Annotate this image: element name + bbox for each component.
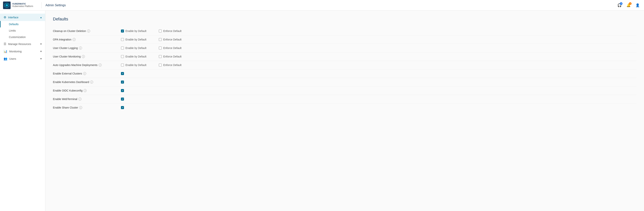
enable-checkbox-opa-integration[interactable] — [121, 38, 124, 41]
controls-enable-web-terminal — [121, 98, 151, 100]
page-title: Admin Settings — [45, 4, 66, 7]
enable-checkbox-enable-share-cluster[interactable] — [121, 106, 124, 109]
info-icon-auto-upgrades-machine-deployments[interactable]: i — [99, 64, 102, 66]
enforce-label-auto-upgrades-machine-deployments: Enforce Default — [163, 64, 182, 66]
sidebar-label-limits: Limits — [9, 29, 16, 32]
enforce-checkbox-user-cluster-logging[interactable] — [159, 46, 162, 50]
enable-checkbox-enable-kubernetes-dashboard[interactable] — [121, 80, 124, 84]
sidebar-label-manage-resources: Manage Resources — [8, 42, 38, 46]
settings-row-enable-web-terminal: Enable WebTerminali — [53, 95, 636, 104]
chevron-down-icon-2: ▼ — [40, 50, 42, 53]
setting-label-enable-external-clusters: Enable External Clustersi — [53, 72, 121, 75]
sidebar-item-users[interactable]: 👥 Users ▼ — [0, 55, 45, 62]
brand-subtitle: Kubernetes Platform — [12, 5, 33, 8]
enable-label-user-cluster-monitoring: Enable by Default — [126, 55, 146, 58]
user-menu-button[interactable]: 👤 — [634, 2, 641, 9]
enable-checkbox-enable-oidc-kubeconfig[interactable] — [121, 89, 124, 92]
users-icon: 👥 — [4, 57, 7, 60]
info-icon-enable-share-cluster[interactable]: i — [79, 106, 82, 109]
enforce-checkbox-auto-upgrades-machine-deployments[interactable] — [159, 64, 162, 66]
sidebar-label-monitoring: Monitoring — [9, 50, 38, 53]
controls-user-cluster-monitoring: Enable by DefaultEnforce Default — [121, 55, 189, 58]
chevron-down-icon: ▼ — [40, 43, 42, 46]
controls-enable-oidc-kubeconfig — [121, 89, 151, 92]
enable-checkbox-user-cluster-monitoring[interactable] — [121, 55, 124, 58]
info-icon-enable-oidc-kubeconfig[interactable]: i — [84, 89, 86, 92]
setting-label-enable-share-cluster: Enable Share Clusteri — [53, 106, 121, 109]
support-badge: 9 — [620, 2, 622, 5]
setting-label-opa-integration: OPA Integrationi — [53, 38, 121, 41]
support-button[interactable]: 🎧 9 — [616, 2, 623, 9]
enable-label-auto-upgrades-machine-deployments: Enable by Default — [126, 64, 146, 66]
section-title: Defaults — [53, 17, 636, 22]
enable-checkbox-auto-upgrades-machine-deployments[interactable] — [121, 64, 124, 66]
controls-opa-integration: Enable by DefaultEnforce Default — [121, 38, 189, 41]
enforce-label-user-cluster-logging: Enforce Default — [163, 46, 182, 50]
enforce-checkbox-user-cluster-monitoring[interactable] — [159, 55, 162, 58]
controls-cleanup-on-cluster-deletion: Enable by DefaultEnforce Default — [121, 30, 189, 32]
brand: KUBERMATIC Kubernetes Platform — [3, 2, 33, 9]
kubermatic-logo — [3, 2, 10, 9]
enforce-label-user-cluster-monitoring: Enforce Default — [163, 55, 182, 58]
sidebar-sub-interface: Defaults Limits Customization — [0, 21, 45, 40]
sidebar-label-customization: Customization — [9, 36, 26, 38]
controls-auto-upgrades-machine-deployments: Enable by DefaultEnforce Default — [121, 64, 189, 66]
enable-checkbox-enable-web-terminal[interactable] — [121, 98, 124, 100]
info-icon-opa-integration[interactable]: i — [72, 38, 76, 41]
setting-label-cleanup-on-cluster-deletion: Cleanup on Cluster Deletioni — [53, 30, 121, 32]
setting-label-user-cluster-monitoring: User Cluster Monitoringi — [53, 55, 121, 58]
main-layout: ⚙ Interface ▲ Defaults Limits Customizat… — [0, 10, 644, 211]
setting-label-auto-upgrades-machine-deployments: Auto Upgrades Machine Deploymentsi — [53, 64, 121, 66]
info-icon-user-cluster-monitoring[interactable]: i — [82, 55, 85, 58]
controls-user-cluster-logging: Enable by DefaultEnforce Default — [121, 46, 189, 50]
enable-checkbox-enable-external-clusters[interactable] — [121, 72, 124, 75]
setting-label-enable-web-terminal: Enable WebTerminali — [53, 98, 121, 100]
list-icon: ☰ — [4, 42, 6, 46]
info-icon-enable-external-clusters[interactable]: i — [83, 72, 86, 75]
user-icon: 👤 — [636, 3, 640, 7]
sidebar-item-monitoring[interactable]: 📊 Monitoring ▼ — [0, 48, 45, 55]
controls-enable-kubernetes-dashboard — [121, 80, 151, 84]
setting-label-user-cluster-logging: User Cluster Loggingi — [53, 46, 121, 50]
enforce-checkbox-opa-integration[interactable] — [159, 38, 162, 41]
sidebar-label-interface: Interface — [8, 16, 38, 19]
sidebar-label-users: Users — [9, 57, 38, 60]
settings-row-user-cluster-monitoring: User Cluster MonitoringiEnable by Defaul… — [53, 52, 636, 61]
settings-row-opa-integration: OPA IntegrationiEnable by DefaultEnforce… — [53, 35, 636, 44]
notifications-button[interactable]: 🔔 1 — [625, 2, 632, 9]
settings-row-user-cluster-logging: User Cluster LoggingiEnable by DefaultEn… — [53, 44, 636, 52]
sidebar-item-limits[interactable]: Limits — [0, 28, 45, 34]
settings-row-enable-kubernetes-dashboard: Enable Kubernetes Dashboardi — [53, 78, 636, 86]
chevron-up-icon: ▲ — [40, 16, 42, 19]
sidebar-item-defaults[interactable]: Defaults — [0, 21, 45, 28]
settings-row-auto-upgrades-machine-deployments: Auto Upgrades Machine DeploymentsiEnable… — [53, 61, 636, 70]
setting-label-enable-kubernetes-dashboard: Enable Kubernetes Dashboardi — [53, 80, 121, 84]
settings-table: Cleanup on Cluster DeletioniEnable by De… — [53, 27, 636, 112]
navbar-right: 🎧 9 🔔 1 👤 — [616, 2, 641, 9]
sidebar: ⚙ Interface ▲ Defaults Limits Customizat… — [0, 10, 45, 211]
settings-row-cleanup-on-cluster-deletion: Cleanup on Cluster DeletioniEnable by De… — [53, 27, 636, 35]
enable-checkbox-cleanup-on-cluster-deletion[interactable] — [121, 30, 124, 32]
sidebar-item-interface[interactable]: ⚙ Interface ▲ — [0, 14, 45, 21]
info-icon-enable-web-terminal[interactable]: i — [78, 98, 82, 100]
chevron-down-icon-3: ▼ — [40, 58, 42, 60]
notification-badge: 1 — [629, 2, 632, 5]
enforce-label-opa-integration: Enforce Default — [163, 38, 182, 41]
info-icon-cleanup-on-cluster-deletion[interactable]: i — [87, 30, 90, 32]
gear-icon: ⚙ — [4, 16, 6, 19]
enable-checkbox-user-cluster-logging[interactable] — [121, 46, 124, 50]
chart-icon: 📊 — [4, 50, 7, 53]
main-content: Defaults Cleanup on Cluster DeletioniEna… — [45, 10, 644, 211]
enforce-label-cleanup-on-cluster-deletion: Enforce Default — [163, 30, 182, 32]
enable-label-user-cluster-logging: Enable by Default — [126, 46, 146, 50]
sidebar-label-defaults: Defaults — [9, 23, 18, 26]
sidebar-item-customization[interactable]: Customization — [0, 34, 45, 40]
info-icon-enable-kubernetes-dashboard[interactable]: i — [90, 80, 93, 84]
settings-row-enable-share-cluster: Enable Share Clusteri — [53, 104, 636, 112]
sidebar-item-manage-resources[interactable]: ☰ Manage Resources ▼ — [0, 40, 45, 48]
info-icon-user-cluster-logging[interactable]: i — [79, 46, 82, 50]
brand-text: KUBERMATIC Kubernetes Platform — [12, 3, 33, 8]
controls-enable-share-cluster — [121, 106, 151, 109]
enforce-checkbox-cleanup-on-cluster-deletion[interactable] — [159, 30, 162, 32]
controls-enable-external-clusters — [121, 72, 151, 75]
